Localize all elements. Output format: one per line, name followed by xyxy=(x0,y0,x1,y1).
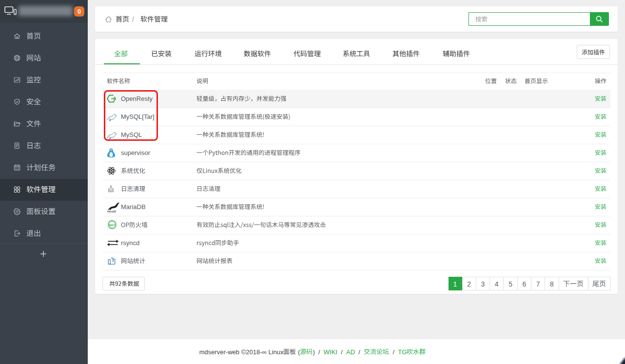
svg-text:MariaDB: MariaDB xyxy=(107,211,116,213)
svg-text:WAF: WAF xyxy=(109,224,115,227)
